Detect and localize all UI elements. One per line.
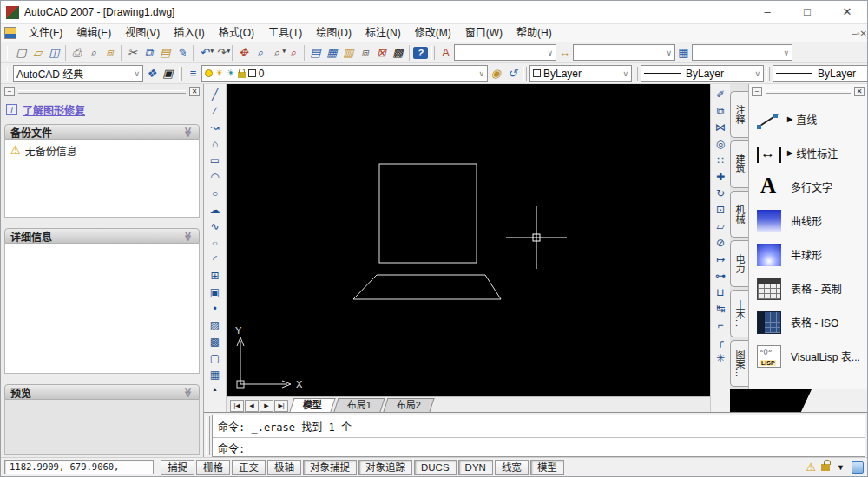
point-icon[interactable]: •: [207, 301, 224, 317]
collapse-chevron-icon[interactable]: ≪: [183, 127, 194, 137]
toolbar-icon[interactable]: [190, 45, 196, 61]
palette-item-mtext[interactable]: 多行文字: [752, 170, 865, 204]
undo-icon[interactable]: ↶▾: [196, 44, 213, 62]
palette-item-hemisphere-gradient[interactable]: 半球形: [752, 238, 865, 271]
layer-properties-icon[interactable]: ≡: [185, 65, 201, 82]
ellipse-arc-icon[interactable]: ◜: [207, 252, 224, 268]
markup-manager-icon[interactable]: ⊠: [373, 44, 390, 62]
make-block-icon[interactable]: ▣: [207, 284, 224, 301]
menu-item[interactable]: 格式(O): [212, 27, 261, 39]
erase-icon[interactable]: ✐: [712, 87, 729, 103]
trim-icon[interactable]: ⊘: [712, 235, 729, 252]
make-object-layer-current-icon[interactable]: ◉: [488, 65, 504, 82]
tab-nav-button[interactable]: ◀: [245, 400, 259, 412]
help-icon[interactable]: ?: [412, 44, 429, 62]
collapse-chevron-icon[interactable]: ≪: [183, 387, 194, 397]
stretch-icon[interactable]: ▱: [712, 219, 729, 235]
pan-icon[interactable]: ✥: [235, 44, 252, 62]
mirror-icon[interactable]: ⋈: [712, 120, 729, 136]
tab-layout1[interactable]: 布局1: [333, 398, 385, 412]
flyout-arrow-icon[interactable]: ▶: [787, 149, 792, 157]
palette-close-icon[interactable]: ✕: [854, 87, 865, 96]
recovery-help-link[interactable]: 了解图形修复: [23, 102, 85, 117]
toolbar-grip[interactable]: [179, 67, 182, 81]
toggle-model[interactable]: 模型: [530, 460, 564, 475]
palette-grip[interactable]: [18, 90, 186, 94]
toggle-ortho[interactable]: 正交: [232, 460, 266, 475]
copy-icon[interactable]: ⧉: [141, 44, 157, 62]
palette-item-curved-gradient[interactable]: 曲线形: [752, 204, 865, 238]
linetype-combo[interactable]: ByLayer ∨: [641, 65, 764, 82]
toolbar-icon[interactable]: [406, 45, 412, 61]
toolbar-icon[interactable]: [229, 45, 235, 61]
palette-minimize-icon[interactable]: −: [752, 87, 762, 96]
tab-model[interactable]: 模型: [289, 398, 335, 412]
section-header-backup[interactable]: 备份文件 ≪: [4, 124, 200, 140]
menu-item[interactable]: 插入(I): [167, 27, 211, 39]
toggle-dyn[interactable]: DYN: [458, 460, 493, 475]
palette-tab-hatch[interactable]: 图案...: [730, 340, 748, 387]
properties-icon[interactable]: ▤: [307, 44, 324, 62]
toolbar-grip[interactable]: [7, 67, 10, 81]
toggle-grid[interactable]: 栅格: [196, 460, 230, 475]
palette-tab-mechanical[interactable]: 机械: [730, 191, 748, 238]
redo-icon[interactable]: ↷▾: [213, 44, 229, 62]
spline-icon[interactable]: ∿: [207, 219, 224, 235]
menu-item[interactable]: 窗口(W): [458, 27, 510, 39]
save-workspace-icon[interactable]: ▣: [160, 65, 176, 82]
tray-menu-arrow-icon[interactable]: ▼: [837, 463, 845, 472]
toggle-lineweight[interactable]: 线宽: [495, 460, 529, 475]
command-history[interactable]: 命令: _.erase 找到 1 个: [213, 415, 865, 438]
toggle-polar[interactable]: 极轴: [267, 460, 301, 475]
workspace-settings-icon[interactable]: ❖: [143, 65, 160, 82]
designcenter-icon[interactable]: ▦: [324, 44, 340, 62]
explode-icon[interactable]: ✳: [712, 350, 729, 367]
tab-nav-button[interactable]: |◀: [230, 400, 244, 412]
tab-layout2[interactable]: 布局2: [384, 398, 435, 412]
toggle-osnap[interactable]: 对象捕捉: [303, 460, 357, 475]
section-header-details[interactable]: 详细信息 ≪: [4, 228, 200, 244]
palette-grip[interactable]: [766, 90, 851, 94]
toggle-snap[interactable]: 捕捉: [161, 460, 194, 475]
scale-icon[interactable]: ⊡: [712, 202, 729, 219]
cut-icon[interactable]: ✂: [124, 44, 141, 62]
workspace-combo[interactable]: AutoCAD 经典∨: [13, 65, 143, 82]
construction-line-icon[interactable]: ∕: [207, 103, 224, 120]
dim-style-combo[interactable]: ∨: [573, 44, 675, 61]
new-icon[interactable]: ▢: [13, 44, 30, 62]
zoom-window-icon[interactable]: ⌕▾: [268, 44, 285, 62]
toolbar-icon[interactable]: [301, 45, 307, 61]
palette-item-linear-dimension[interactable]: ▶ 线性标注: [752, 136, 865, 170]
drawing-file-icon[interactable]: [4, 27, 16, 39]
toolbar-grip[interactable]: [635, 67, 638, 81]
collapse-chevron-icon[interactable]: ≪: [183, 231, 194, 241]
break-at-point-icon[interactable]: ⊶: [712, 268, 729, 284]
arc-icon[interactable]: ◠: [207, 169, 224, 186]
maximize-button[interactable]: □: [787, 1, 827, 23]
tab-nav-button[interactable]: ▶: [260, 400, 273, 412]
coordinate-readout[interactable]: 1182.9909, 679.9060, 0.0000: [4, 460, 154, 474]
menu-item[interactable]: 文件(F): [22, 27, 69, 39]
rectangle-icon[interactable]: ▭: [207, 153, 224, 169]
menu-item[interactable]: 编辑(E): [69, 27, 118, 39]
paste-icon[interactable]: ▤: [157, 44, 174, 62]
quickcalc-icon[interactable]: ▩: [390, 44, 406, 62]
dim-style-icon[interactable]: ↔: [556, 44, 573, 62]
mdi-window-button[interactable]: ✕: [860, 29, 867, 38]
communication-warning-icon[interactable]: ⚠: [806, 461, 816, 474]
join-icon[interactable]: ↹: [712, 301, 729, 317]
menu-item[interactable]: 视图(V): [118, 27, 167, 39]
command-window-grip[interactable]: [206, 416, 210, 455]
open-icon[interactable]: ▱: [30, 44, 46, 62]
plot-preview-icon[interactable]: ⌕: [85, 44, 102, 62]
table-style-combo[interactable]: ∨: [692, 44, 792, 61]
clean-screen-icon[interactable]: [852, 461, 864, 474]
toolbar-grip[interactable]: [523, 67, 527, 81]
copy-object-icon[interactable]: ⧉: [712, 103, 729, 120]
chamfer-icon[interactable]: ⌐: [712, 317, 729, 334]
insert-block-icon[interactable]: ⊞: [207, 268, 224, 284]
table-icon[interactable]: ▦: [207, 367, 224, 383]
palette-item-visuallisp[interactable]: VisualLisp 表...: [752, 339, 865, 373]
layer-combo[interactable]: ☀ ☀ 0 ∨: [201, 65, 488, 82]
revcloud-icon[interactable]: ☁: [207, 202, 224, 219]
